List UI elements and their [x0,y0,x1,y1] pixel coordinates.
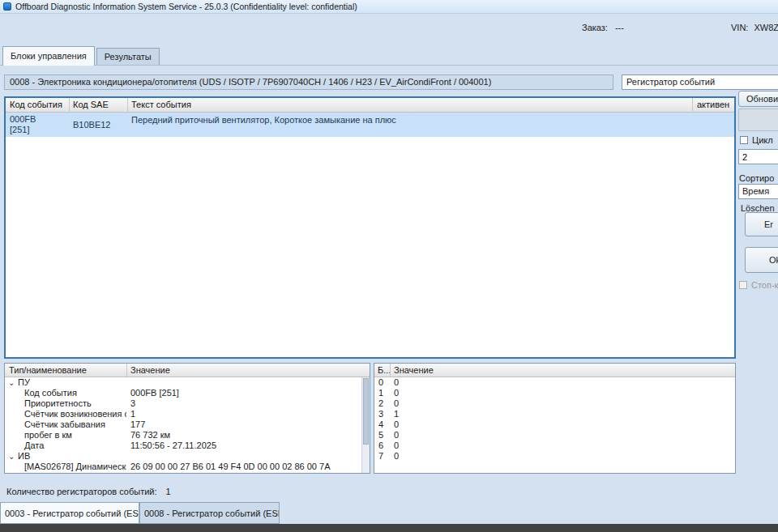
cyclic-label: Цикл [752,135,773,145]
tree-row[interactable]: Дата11:50:56 - 27.11.2025 [5,440,361,451]
tree-label-cell: пробег в км [5,430,126,440]
byte-index: 0 [374,377,391,388]
scrollbar-thumb[interactable] [363,378,369,445]
byte-index: 1 [374,388,391,398]
refresh-button[interactable]: Обновит [738,91,778,107]
detail-tree-panel: Тип/наименование Значение ⌄ПУКод события… [4,363,370,474]
column-header-active[interactable]: активен [697,100,729,109]
byte-row[interactable]: 50 [374,430,735,440]
column-header-byte[interactable]: Б... [378,365,391,375]
tree-row[interactable]: Приоритетность3 [5,398,361,409]
bottom-tabbar: 0003 - Регистратор событий (ESP) 0008 - … [0,502,778,524]
tree-label: Счётчик возникновения ош [24,409,126,419]
byte-value: 0 [391,440,735,451]
column-header-byte-value[interactable]: Значение [394,365,434,375]
byte-row[interactable]: 70 [374,451,735,462]
column-header-type-name[interactable]: Тип/наименование [9,365,87,375]
cyclic-checkbox[interactable] [740,136,748,144]
tree-label-cell: ⌄ПУ [5,377,126,388]
tree-label-cell: Счётчик возникновения ош [5,409,126,419]
tree-label: ИВ [18,451,30,462]
tree-label: ПУ [18,377,30,388]
tree-value: 26 09 00 00 27 B6 01 49 F4 0D 00 00 02 8… [126,462,361,472]
byte-row[interactable]: 20 [374,398,735,409]
column-header-event-text[interactable]: Текст события [131,100,191,109]
tree-value [126,377,361,388]
column-divider [127,98,128,113]
byte-row[interactable]: 60 [374,440,735,451]
byte-index: 4 [374,419,391,430]
byte-value: 0 [391,419,735,430]
tree-row[interactable]: пробег в км76 732 км [5,430,361,440]
erase-button[interactable]: Er [745,212,778,236]
byte-value: 0 [391,430,735,440]
main-tabbar: Блоки управления Результаты [2,46,161,66]
interval-input[interactable] [738,149,778,164]
byte-index: 3 [374,409,391,419]
sort-label: Сортиро [739,173,774,183]
column-header-value[interactable]: Значение [130,365,170,375]
bottom-bar [0,524,778,532]
events-table: Код события Код SAE Текст события активе… [4,96,736,359]
detail-tree-scrollbar[interactable] [361,377,370,473]
byte-row[interactable]: 00 [374,377,735,388]
event-log-count-label: Количество регистраторов событий: [6,487,157,496]
byte-row[interactable]: 31 [374,409,735,419]
events-table-body: 000FB[251]B10BE12Передний приточный вент… [6,113,734,137]
tree-label: Дата [24,440,44,451]
byte-row[interactable]: 40 [374,419,735,430]
tree-row[interactable]: Счётчик возникновения ош1 [5,409,361,419]
tree-value: 11:50:56 - 27.11.2025 [126,440,361,451]
bytes-table-body: 0010203140506070 [374,377,735,473]
bytes-panel: Б... Значение 0010203140506070 [374,363,736,474]
freeze-frame-checkbox[interactable] [739,281,747,289]
event-code-cell: 000FB[251] [10,113,68,137]
tree-value: 000FB [251] [126,388,361,398]
tree-label: [MAS02678] Динамически [24,462,126,472]
column-header-sae-code[interactable]: Код SAE [73,100,109,109]
byte-value: 1 [391,409,735,419]
tree-value: 1 [126,409,361,419]
bottom-tab-0003-event-log[interactable]: 0003 - Регистратор событий (ESP) [0,502,139,524]
tree-row[interactable]: Код события000FB [251] [5,388,361,398]
freeze-frame-checkbox-row[interactable]: Стоп-ка [739,280,778,290]
byte-value: 0 [391,388,735,398]
ecu-info-field: 0008 - Электроника кондиционера/отопител… [4,74,613,90]
byte-value: 0 [391,377,735,388]
event-sae-cell: B10BE12 [73,113,128,137]
event-row[interactable]: 000FB[251]B10BE12Передний приточный вент… [6,113,734,137]
order-value: --- [615,23,624,32]
side-panel: Обновит Цикл Сортиро Время Löschen Er Ok… [738,89,778,368]
tree-row[interactable]: Счётчик забывания177 [5,419,361,430]
tree-label: Приоритетность [24,398,92,409]
vin-field: VIN:XW8ZZZ [731,23,778,32]
tree-row[interactable]: ⌄ПУ [5,377,361,388]
expander-icon[interactable]: ⌄ [8,453,18,461]
byte-index: 6 [374,440,391,451]
detail-tree-body: ⌄ПУКод события000FB [251]Приоритетность3… [5,377,361,473]
byte-value: 0 [391,398,735,409]
mode-dropdown[interactable]: Регистратор событий [622,74,778,90]
window-title: Offboard Diagnostic Information System S… [15,2,357,11]
bytes-header: Б... Значение [374,364,735,377]
byte-row[interactable]: 10 [374,388,735,398]
tree-row[interactable]: [MAS02678] Динамически26 09 00 00 27 B6 … [5,462,361,472]
bottom-tab-0008-event-log[interactable]: 0008 - Регистратор событий (ESP) [139,502,280,524]
tree-label: Счётчик забывания [24,419,105,430]
byte-index: 7 [374,451,391,462]
tree-label-cell: ⌄ИВ [5,451,126,462]
status-line: Количество регистраторов событий:1 [6,487,171,498]
event-text-cell: Передний приточный вентилятор, Короткое … [131,113,692,137]
column-header-event-code[interactable]: Код события [10,100,62,109]
tree-row[interactable]: ⌄ИВ [5,451,361,462]
ok-button[interactable]: Ok [745,247,778,273]
column-divider [69,98,70,113]
session-info-bar: Заказ:--- VIN:XW8ZZZ [0,23,778,34]
event-log-count-value: 1 [166,487,171,496]
tab-control-units[interactable]: Блоки управления [2,46,95,66]
cyclic-checkbox-row[interactable]: Цикл [740,135,773,145]
sort-dropdown[interactable]: Время [738,184,778,199]
order-label: Заказ: [582,23,608,32]
expander-icon[interactable]: ⌄ [8,379,18,387]
tab-results[interactable]: Результаты [96,48,160,66]
